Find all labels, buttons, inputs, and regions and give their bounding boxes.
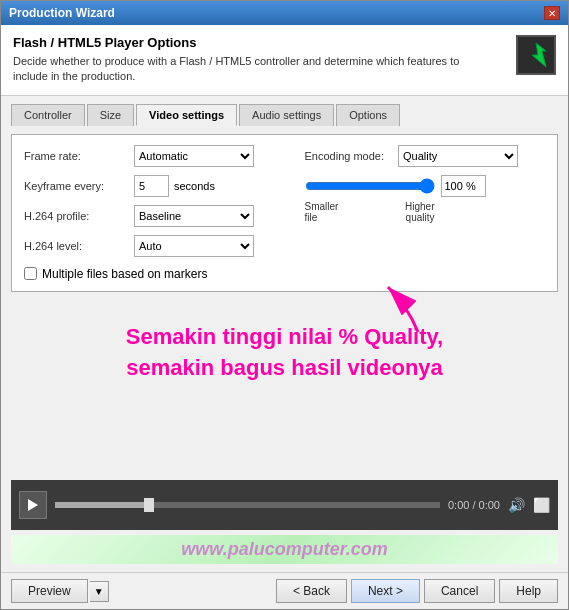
content-area: Controller Size Video settings Audio set… [1, 96, 568, 572]
settings-panel: Frame rate: Automatic Keyframe every: se… [11, 134, 558, 292]
header-description: Decide whether to produce with a Flash /… [13, 54, 473, 85]
header-title: Flash / HTML5 Player Options [13, 35, 473, 50]
smaller-file-label: Smallerfile [305, 201, 339, 223]
title-bar: Production Wizard ✕ [1, 1, 568, 25]
keyframe-label: Keyframe every: [24, 180, 134, 192]
footer: Preview ▼ < Back Next > Cancel Help [1, 572, 568, 609]
header-section: Flash / HTML5 Player Options Decide whet… [1, 25, 568, 96]
h264-profile-row: H.264 profile: Baseline [24, 205, 265, 227]
quality-value-input[interactable] [441, 175, 486, 197]
multiple-files-label: Multiple files based on markers [42, 267, 207, 281]
multiple-files-checkbox[interactable] [24, 267, 37, 280]
fullscreen-icon[interactable]: ⬜ [533, 497, 550, 513]
preview-dropdown-button[interactable]: ▼ [90, 581, 109, 602]
footer-left: Preview ▼ [11, 579, 109, 603]
annotation-line2: semakin bagus hasil videonya [126, 353, 443, 384]
tab-audio-settings[interactable]: Audio settings [239, 104, 334, 126]
help-button[interactable]: Help [499, 579, 558, 603]
frame-rate-row: Frame rate: Automatic [24, 145, 265, 167]
h264-level-select[interactable]: Auto [134, 235, 254, 257]
encoding-mode-select[interactable]: Quality [398, 145, 518, 167]
keyframe-input[interactable] [134, 175, 169, 197]
volume-icon[interactable]: 🔊 [508, 497, 525, 513]
window-title: Production Wizard [9, 6, 115, 20]
h264-profile-label: H.264 profile: [24, 210, 134, 222]
encoding-mode-row: Encoding mode: Quality [305, 145, 546, 167]
next-button[interactable]: Next > [351, 579, 420, 603]
cancel-button[interactable]: Cancel [424, 579, 495, 603]
svg-marker-0 [532, 43, 546, 67]
flash-icon [516, 35, 556, 75]
header-text: Flash / HTML5 Player Options Decide whet… [13, 35, 473, 85]
keyframe-row: Keyframe every: seconds [24, 175, 265, 197]
multiple-files-row: Multiple files based on markers [24, 267, 545, 281]
h264-level-row: H.264 level: Auto [24, 235, 265, 257]
frame-rate-label: Frame rate: [24, 150, 134, 162]
higher-quality-label: Higherquality [405, 201, 434, 223]
tab-size[interactable]: Size [87, 104, 134, 126]
encoding-mode-label: Encoding mode: [305, 150, 385, 162]
progress-thumb [144, 498, 154, 512]
video-player: 0:00 / 0:00 🔊 ⬜ [11, 480, 558, 530]
watermark-text: www.palucomputer.com [181, 539, 387, 559]
arrow-annotation [358, 277, 438, 337]
tab-controller[interactable]: Controller [11, 104, 85, 126]
quality-slider[interactable] [305, 178, 435, 194]
time-display: 0:00 / 0:00 [448, 499, 500, 511]
watermark: www.palucomputer.com [11, 535, 558, 564]
close-button[interactable]: ✕ [544, 6, 560, 20]
h264-profile-select[interactable]: Baseline [134, 205, 254, 227]
tabs-bar: Controller Size Video settings Audio set… [11, 104, 558, 126]
play-button[interactable] [19, 491, 47, 519]
h264-level-label: H.264 level: [24, 240, 134, 252]
footer-right: < Back Next > Cancel Help [276, 579, 558, 603]
back-button[interactable]: < Back [276, 579, 347, 603]
tab-video-settings[interactable]: Video settings [136, 104, 237, 126]
production-wizard-window: Production Wizard ✕ Flash / HTML5 Player… [0, 0, 569, 610]
frame-rate-select[interactable]: Automatic [134, 145, 254, 167]
progress-fill [55, 502, 151, 508]
preview-button[interactable]: Preview [11, 579, 88, 603]
progress-bar[interactable] [55, 502, 440, 508]
tab-options[interactable]: Options [336, 104, 400, 126]
keyframe-unit: seconds [174, 180, 215, 192]
